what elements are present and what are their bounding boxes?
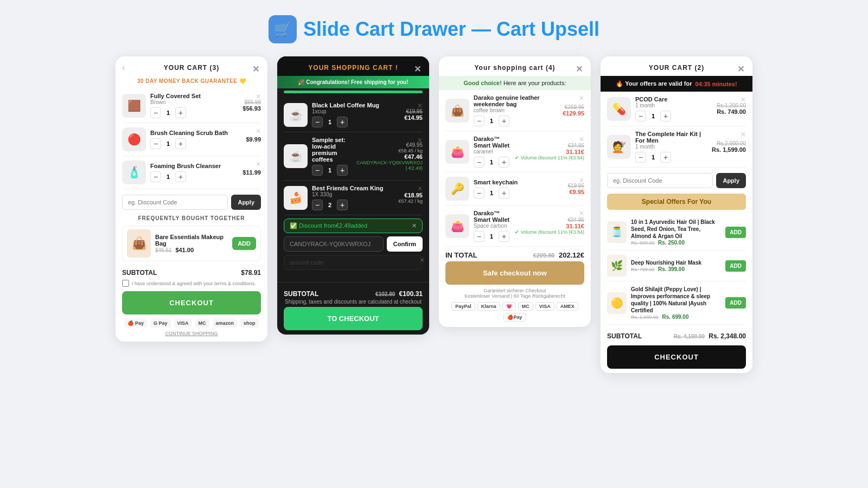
qty-increase[interactable]: + [337,117,348,127]
card1-close-icon[interactable]: ✕ [252,64,260,74]
offer-add-button[interactable]: ADD [725,297,746,309]
qty-control: − 1 + [474,157,510,168]
cart-item: 👛 Darako™ Smart Wallet caramel − 1 + €34… [445,131,584,172]
terms-row: I have understood & agreed with your ter… [122,280,261,287]
cards-container: ‹ YOUR CART (3) ✕ 30 DAY MONEY BACK GUAR… [94,56,774,389]
fbt-item: 👜 Bare Essentials Makeup Bag $45.51 $41.… [122,226,261,261]
qty-increase[interactable]: + [175,171,186,182]
subtotal-label: SUBTOTAL [284,290,318,298]
qty-decrease[interactable]: − [312,165,323,176]
progress-bar [284,91,423,93]
checkout-button[interactable]: CHECKOUT [122,291,261,314]
terms-checkbox[interactable] [122,280,129,287]
checkout-button[interactable]: CHECKOUT [607,345,746,369]
item-close-icon[interactable]: ✕ [256,127,261,135]
qty-decrease[interactable]: − [474,231,484,242]
fbt-name: Bare Essentials Makeup Bag [155,234,228,247]
item-close-icon[interactable]: ✕ [579,136,584,143]
second-discount-input[interactable] [284,255,423,270]
qty-decrease[interactable]: − [635,152,646,163]
subtotal-value: €102.80 €100.31 [375,290,423,298]
to-checkout-button[interactable]: TO CHECKOUT [284,307,423,330]
item-close-icon[interactable]: ✕ [417,185,423,192]
offer-name: 10 in 1 Ayurvedic Hair Oil | Black Seed,… [631,219,721,240]
item-close-icon[interactable]: ✕ [417,102,423,110]
qty-decrease[interactable]: − [474,157,484,168]
qty-control: − 1 + [474,115,558,126]
visa-icon: VISA [535,302,554,311]
offer-item: 🌿 Deep Nourishing Hair Mask Rs. 799.00 R… [607,251,746,281]
discount-close-icon[interactable]: ✕ [412,222,417,229]
item-info: Black Label Coffee Mug 1xcup − 1 + [312,102,400,127]
discount-row: Apply [607,173,746,188]
qty-decrease[interactable]: − [150,138,161,149]
qty-value: 1 [488,118,495,124]
card4-close-icon[interactable]: ✕ [737,64,745,74]
item-close-icon[interactable]: ✕ [741,96,746,104]
confirm-button[interactable]: Confirm [387,236,423,252]
item-close-icon[interactable]: ✕ [417,137,423,144]
timer-banner: 🔥 Your offers are valid for 04:35 minute… [601,76,752,92]
apply-button[interactable]: Apply [716,173,746,188]
item-sub: 1X 330g [312,191,394,197]
item-price: Rs.1,200.00 Rs. 749.00 [717,102,746,115]
item-close-icon[interactable]: ✕ [256,93,261,100]
qty-control: − 1 + [474,188,563,198]
discount-input[interactable] [607,173,713,188]
item-price: $11.99 [242,169,261,176]
qty-increase[interactable]: + [337,200,348,210]
discount-code-row: Confirm [284,236,423,252]
safe-checkout-button[interactable]: Safe checkout now [445,261,584,285]
qty-increase[interactable]: + [499,115,509,126]
qty-increase[interactable]: + [175,138,186,149]
offer-image: 🫙 [607,221,627,243]
qty-decrease[interactable]: − [312,200,323,210]
apply-button[interactable]: Apply [231,195,261,210]
offer-image: 🌿 [607,255,627,277]
card2-close-icon[interactable]: ✕ [414,64,422,74]
item-close-icon[interactable]: ✕ [579,94,584,102]
qty-increase[interactable]: + [499,157,509,168]
offer-add-button[interactable]: ADD [725,260,746,272]
qty-decrease[interactable]: − [635,111,646,121]
subtotal-detail: Shipping, taxes and discounts are calcul… [284,299,423,305]
item-info: Foaming Brush Cleanser − 1 + [150,163,238,182]
card3-title: Your shopping cart (4) [474,64,555,72]
secure-info: Garantiert sicherer Checkout Kostenloser… [445,288,584,299]
card3-close-icon[interactable]: ✕ [576,64,583,74]
item-close-icon[interactable]: ✕ [579,177,584,184]
offer-info: 10 in 1 Ayurvedic Hair Oil | Black Seed,… [631,219,721,246]
qty-increase[interactable]: + [337,165,348,176]
item-image: 💇 [607,135,631,159]
item-close-icon[interactable]: ✕ [741,131,746,138]
qty-increase[interactable]: + [175,107,186,118]
qty-decrease[interactable]: − [150,107,161,118]
timer-text: 🔥 Your offers are valid for [616,80,692,87]
offer-name: Deep Nourishing Hair Mask [631,259,721,266]
qty-decrease[interactable]: − [474,115,484,126]
qty-increase[interactable]: + [499,231,509,242]
continue-shopping-link[interactable]: CONTINUE SHOPPING [122,331,261,342]
item-name: Foaming Brush Cleanser [150,163,238,169]
fbt-add-button[interactable]: ADD [232,237,256,250]
qty-increase[interactable]: + [499,188,509,198]
qty-decrease[interactable]: − [312,117,323,127]
qty-value: 1 [326,167,334,174]
nav-left-icon[interactable]: ‹ [122,63,125,73]
qty-increase[interactable]: + [660,111,671,121]
item-close-icon[interactable]: ✕ [579,210,584,217]
qty-decrease[interactable]: − [150,171,161,182]
in-total-row: IN TOTAL €209.80 202.12€ [439,247,591,261]
discount-code-input[interactable] [284,236,384,252]
qty-decrease[interactable]: − [474,188,484,198]
second-close-icon[interactable]: ✕ [419,256,425,264]
item-sub: 1xcup [312,108,400,114]
item-name: Best Friends Cream King [312,185,394,191]
discount-input[interactable] [122,195,228,210]
qty-increase[interactable]: + [660,152,671,163]
item-price: €18.95 €57.42 / kg [398,192,423,204]
qty-value: 1 [164,110,172,116]
item-close-icon[interactable]: ✕ [256,160,261,168]
offer-add-button[interactable]: ADD [725,227,746,238]
item-info: Sample set: low-acid premium coffees − 1… [312,137,352,176]
